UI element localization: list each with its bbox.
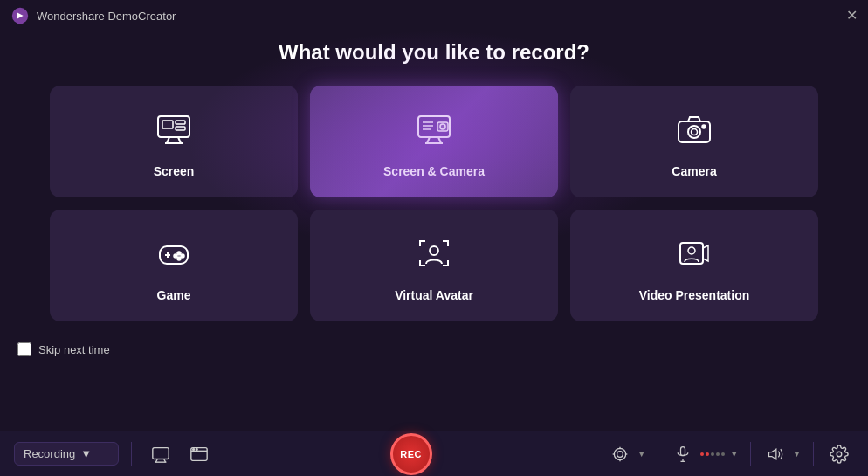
card-screen[interactable]: Screen [50,86,298,197]
dropdown-arrow-icon: ▼ [80,447,92,460]
bottom-area: Skip next time [0,334,868,365]
app-logo-icon [10,6,30,25]
app-title: Wondershare DemoCreator [37,10,176,23]
screen-icon [155,110,193,154]
card-screen-camera[interactable]: Screen & Camera [310,86,558,197]
svg-marker-48 [769,449,776,459]
svg-rect-7 [176,127,185,130]
title-bar: Wondershare DemoCreator ✕ [0,0,868,31]
svg-point-26 [177,257,181,260]
svg-point-20 [702,125,706,128]
svg-rect-45 [681,446,685,455]
svg-point-39 [615,448,626,459]
card-virtual-avatar-label: Virtual Avatar [395,288,473,302]
svg-point-40 [617,451,623,457]
screen-camera-icon [415,110,453,154]
mic-dot-1 [700,452,704,456]
skip-label-text: Skip next time [38,343,110,356]
webcam-group: ▼ [606,442,647,466]
page-title: What would you like to record? [279,40,589,65]
card-camera-label: Camera [672,164,716,178]
mic-dot-2 [706,452,709,456]
webcam-dropdown-arrow[interactable]: ▼ [636,450,647,459]
mic-icon [674,445,692,463]
svg-point-30 [688,247,695,254]
mic-button[interactable] [669,442,697,466]
camera-icon [675,110,713,154]
window-capture-button[interactable] [183,441,216,467]
speaker-icon [767,445,784,463]
card-virtual-avatar[interactable]: Virtual Avatar [310,210,558,321]
toolbar: Recording ▼ REC [0,431,868,476]
window-capture-icon [189,445,209,464]
svg-point-38 [196,448,197,450]
svg-rect-5 [162,121,173,128]
card-camera[interactable]: Camera [570,86,818,197]
toolbar-divider-4 [813,442,814,466]
settings-gear-icon [830,445,849,464]
rec-label-text: REC [400,449,422,459]
svg-line-3 [178,137,181,143]
svg-point-49 [837,452,842,457]
mic-dropdown-arrow[interactable]: ▼ [728,450,740,459]
mic-level-indicator [699,452,727,456]
toolbar-right: ▼ ▼ [606,439,854,469]
svg-point-27 [174,254,177,258]
svg-line-10 [438,137,441,143]
cards-grid: Screen Screen & Ca [50,86,818,321]
svg-line-9 [427,137,430,143]
skip-next-time-label[interactable]: Skip next time [17,342,110,356]
speaker-button[interactable] [761,442,789,466]
toolbar-center: REC [216,433,606,475]
svg-point-25 [181,254,184,258]
title-bar-left: Wondershare DemoCreator [10,6,176,25]
card-game-label: Game [157,288,191,302]
svg-rect-6 [176,121,185,124]
video-presentation-icon [675,234,713,278]
card-screen-camera-label: Screen & Camera [383,164,485,178]
recording-label: Recording [24,447,75,460]
main-content: What would you like to record? Screen [0,31,868,321]
game-icon [155,234,193,278]
toolbar-divider-3 [750,442,751,466]
toolbar-divider-2 [658,442,658,466]
svg-point-24 [177,252,181,255]
card-game[interactable]: Game [50,210,298,321]
card-video-presentation-label: Video Presentation [639,288,750,302]
toolbar-left: Recording ▼ [14,441,216,467]
mic-dot-5 [721,452,725,456]
rec-button[interactable]: REC [390,433,432,475]
screen-capture-button[interactable] [144,441,177,467]
close-button[interactable]: ✕ [846,9,858,23]
mic-dot-3 [711,452,714,456]
skip-next-time-checkbox[interactable] [17,342,31,356]
speaker-group: ▼ [761,442,803,466]
speaker-dropdown-arrow[interactable]: ▼ [791,450,803,459]
svg-point-37 [193,448,195,450]
recording-dropdown[interactable]: Recording ▼ [14,442,119,466]
svg-rect-31 [153,447,169,459]
mic-dot-4 [716,452,720,456]
virtual-avatar-icon [415,234,453,278]
card-video-presentation[interactable]: Video Presentation [570,210,818,321]
webcam-button[interactable] [606,442,634,466]
svg-line-2 [167,137,169,143]
toolbar-divider-1 [131,442,132,466]
screen-capture-icon [151,445,170,464]
webcam-icon [611,445,629,463]
svg-rect-17 [679,121,710,142]
settings-button[interactable] [824,439,854,469]
mic-dots [700,452,725,456]
svg-point-19 [692,129,698,135]
svg-rect-29 [680,243,703,264]
mic-group: ▼ [669,442,740,466]
svg-point-28 [430,246,438,255]
card-screen-label: Screen [154,164,195,178]
svg-point-18 [688,126,700,138]
